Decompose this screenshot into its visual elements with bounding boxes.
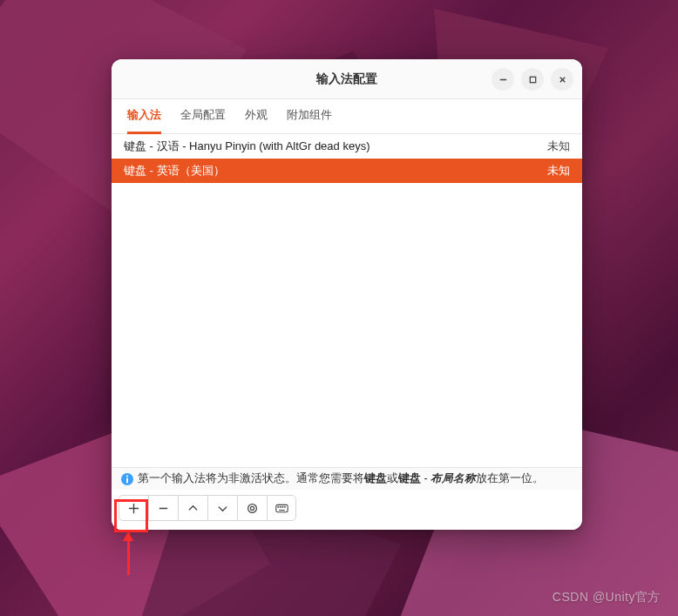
tab-appearance[interactable]: 外观: [245, 99, 268, 134]
input-method-config-window: 输入法配置 输入法 全局配置 外观 附加组件 键盘 - 汉语 - Hanyu P…: [112, 59, 582, 530]
plus-icon: [127, 502, 140, 515]
tab-global-config[interactable]: 全局配置: [180, 99, 226, 134]
annotation-arrow: [127, 533, 130, 575]
add-button[interactable]: [119, 495, 148, 521]
hint-text: 第一个输入法将为非激活状态。通常您需要将键盘或键盘 - 布局名称放在第一位。: [138, 471, 544, 486]
remove-button[interactable]: [148, 495, 178, 521]
list-item[interactable]: 键盘 - 汉语 - Hanyu Pinyin (with AltGr dead …: [112, 134, 582, 159]
minus-icon: [157, 502, 170, 515]
svg-point-17: [284, 506, 285, 507]
im-name: 键盘 - 英语（美国）: [124, 163, 547, 179]
keyboard-icon: [275, 502, 288, 515]
tab-addons[interactable]: 附加组件: [287, 99, 332, 134]
tabs: 输入法 全局配置 外观 附加组件: [112, 99, 582, 134]
list-item[interactable]: 键盘 - 英语（美国） 未知: [112, 159, 582, 183]
svg-point-15: [280, 506, 281, 507]
watermark: CSDN @Unity官方: [553, 590, 661, 606]
chevron-down-icon: [216, 502, 229, 515]
tab-input-method[interactable]: 输入法: [127, 99, 161, 134]
info-icon: [120, 472, 134, 486]
svg-rect-6: [126, 477, 128, 483]
minimize-icon: [498, 75, 508, 85]
chevron-up-icon: [186, 502, 200, 515]
svg-rect-1: [530, 77, 535, 82]
im-name: 键盘 - 汉语 - Hanyu Pinyin (with AltGr dead …: [124, 139, 547, 154]
keyboard-button[interactable]: [267, 495, 296, 521]
move-up-button[interactable]: [178, 495, 207, 521]
titlebar: 输入法配置: [112, 59, 582, 99]
svg-point-10: [248, 504, 257, 512]
close-icon: [558, 75, 567, 85]
svg-rect-12: [275, 504, 287, 511]
input-method-list: 键盘 - 汉语 - Hanyu Pinyin (with AltGr dead …: [112, 134, 582, 183]
configure-button[interactable]: [237, 495, 267, 521]
svg-point-16: [281, 506, 282, 507]
maximize-icon: [528, 75, 538, 85]
im-status: 未知: [547, 139, 570, 154]
move-down-button[interactable]: [207, 495, 237, 521]
window-controls: [492, 68, 573, 91]
list-empty-area: [112, 183, 582, 467]
minimize-button[interactable]: [492, 68, 514, 91]
gear-icon: [246, 502, 259, 515]
window-title: 输入法配置: [316, 71, 377, 87]
svg-point-14: [277, 506, 278, 507]
svg-point-11: [250, 506, 254, 510]
maximize-button[interactable]: [521, 68, 544, 91]
close-button[interactable]: [551, 68, 573, 91]
toolbar: [112, 490, 582, 530]
im-status: 未知: [547, 163, 570, 179]
hint-bar: 第一个输入法将为非激活状态。通常您需要将键盘或键盘 - 布局名称放在第一位。: [112, 467, 582, 490]
svg-point-5: [126, 475, 128, 477]
